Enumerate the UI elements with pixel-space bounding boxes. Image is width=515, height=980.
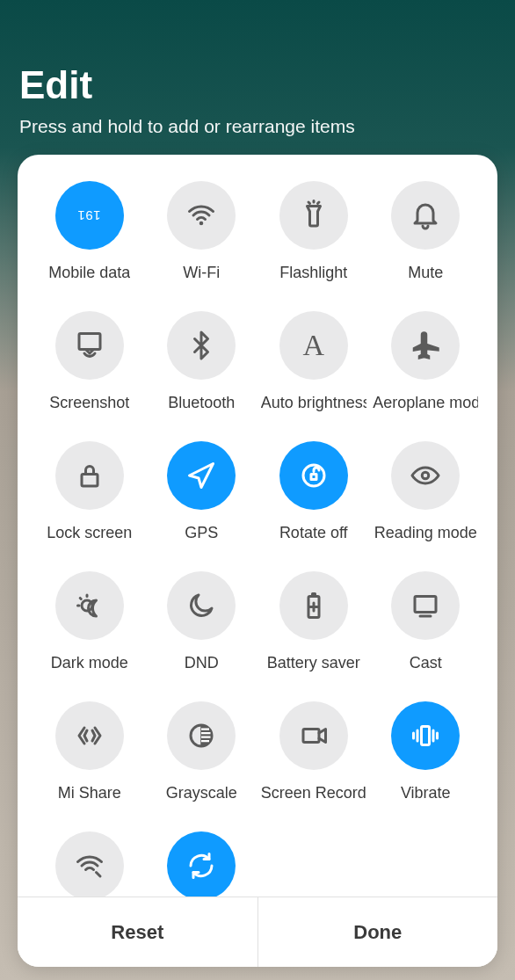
tile-label: Lock screen <box>47 524 132 542</box>
tile-wifi[interactable]: Wi-Fi <box>146 181 258 311</box>
rotate-lock-icon <box>279 441 348 510</box>
page-title: Edit <box>19 63 496 107</box>
svg-rect-11 <box>422 727 430 745</box>
tile-auto-brightness[interactable]: AAuto brightness <box>258 311 370 441</box>
tile-flashlight[interactable]: Flashlight <box>258 181 370 311</box>
svg-rect-2 <box>82 475 98 487</box>
svg-point-5 <box>423 472 430 479</box>
svg-rect-10 <box>303 730 319 743</box>
tile-screen-recorder[interactable]: Screen Recorder <box>258 701 370 831</box>
tile-label: Aeroplane mode <box>373 394 478 412</box>
tile-label: Reading mode <box>374 524 477 542</box>
tile-mobile-data[interactable]: 191Mobile data <box>33 181 146 311</box>
screenshot-icon <box>55 311 124 380</box>
tile-label: Mi Share <box>58 784 121 802</box>
tile-label: GPS <box>185 524 218 542</box>
tile-label: Wi-Fi <box>183 264 220 282</box>
tile-grayscale[interactable]: Grayscale <box>146 701 258 831</box>
tile-dnd[interactable]: DND <box>146 571 258 701</box>
tile-mi-share[interactable]: Mi Share <box>33 701 146 831</box>
header: Edit Press and hold to add or rearrange … <box>0 0 515 155</box>
reset-button[interactable]: Reset <box>18 897 258 967</box>
page-subtitle: Press and hold to add or rearrange items <box>19 116 496 137</box>
tile-label: Cast <box>410 654 442 672</box>
tiles-panel: 191Mobile dataWi-FiFlashlightMuteScreens… <box>18 155 497 967</box>
tile-dark-mode[interactable]: Dark mode <box>33 571 146 701</box>
tile-aeroplane[interactable]: Aeroplane mode <box>370 311 482 441</box>
done-button[interactable]: Done <box>258 897 498 967</box>
grayscale-icon <box>167 701 236 770</box>
footer-bar: Reset Done <box>18 897 497 967</box>
eye-icon <box>391 441 460 510</box>
svg-rect-4 <box>311 475 316 480</box>
tile-reading-mode[interactable]: Reading mode <box>370 441 482 571</box>
bell-icon <box>391 181 460 250</box>
vibrate-icon <box>391 701 460 770</box>
tile-bluetooth[interactable]: Bluetooth <box>146 311 258 441</box>
tile-label: Flashlight <box>279 264 347 282</box>
location-icon <box>167 441 236 510</box>
wifi-icon <box>167 181 236 250</box>
hotspot-icon <box>55 831 124 897</box>
svg-point-0 <box>200 222 203 225</box>
flashlight-icon <box>279 181 348 250</box>
tiles-grid: 191Mobile dataWi-FiFlashlightMuteScreens… <box>18 155 497 897</box>
mobile-data-icon: 191 <box>55 181 124 250</box>
tile-battery-saver[interactable]: Battery saver <box>258 571 370 701</box>
tile-lock-screen[interactable]: Lock screen <box>33 441 146 571</box>
tile-label: Battery saver <box>267 654 360 672</box>
letter-a-icon: A <box>279 311 348 380</box>
tile-sync[interactable] <box>146 831 258 897</box>
tile-label: Screenshot <box>49 394 129 412</box>
cast-icon <box>391 571 460 640</box>
tile-rotate-off[interactable]: Rotate off <box>258 441 370 571</box>
mishare-icon <box>55 701 124 770</box>
camera-icon <box>279 701 348 770</box>
svg-rect-1 <box>79 334 100 350</box>
tile-screenshot[interactable]: Screenshot <box>33 311 146 441</box>
moon-icon <box>167 571 236 640</box>
dark-mode-icon <box>55 571 124 640</box>
tile-label: Rotate off <box>279 524 348 542</box>
tile-label: Mobile data <box>48 264 130 282</box>
lock-icon <box>55 441 124 510</box>
tile-hotspot[interactable] <box>33 831 146 897</box>
tile-label: Bluetooth <box>168 394 235 412</box>
tile-cast[interactable]: Cast <box>370 571 482 701</box>
tile-mute[interactable]: Mute <box>370 181 482 311</box>
bluetooth-icon <box>167 311 236 380</box>
tile-label: Mute <box>408 264 443 282</box>
tile-label: DND <box>185 654 219 672</box>
svg-rect-8 <box>415 597 436 613</box>
tile-label: Auto brightness <box>261 394 366 412</box>
battery-icon <box>279 571 348 640</box>
tile-label: Dark mode <box>51 654 128 672</box>
sync-icon <box>167 831 236 897</box>
tile-gps[interactable]: GPS <box>146 441 258 571</box>
tile-label: Screen Recorder <box>261 784 366 802</box>
tile-label: Vibrate <box>401 784 451 802</box>
tile-vibrate[interactable]: Vibrate <box>370 701 482 831</box>
tile-label: Grayscale <box>166 784 237 802</box>
airplane-icon <box>391 311 460 380</box>
